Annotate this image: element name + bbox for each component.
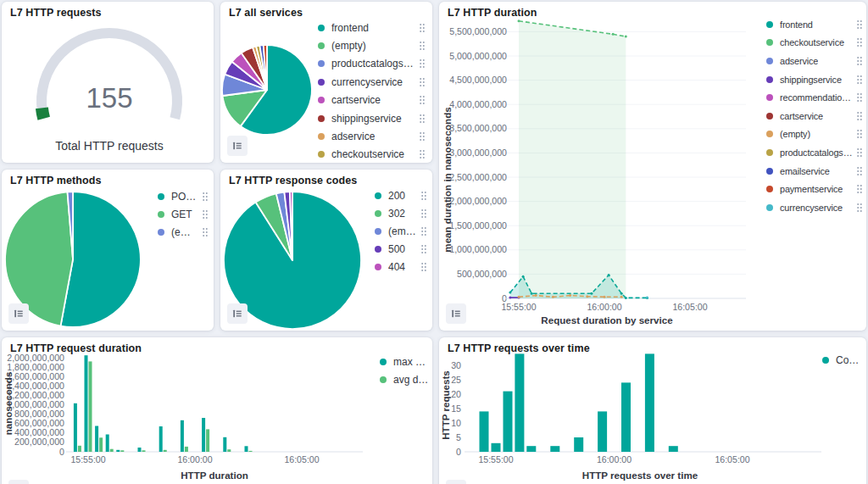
legend-label[interactable]: GET xyxy=(171,209,192,220)
legend-actions-button[interactable] xyxy=(415,22,426,34)
legend-label[interactable]: POST xyxy=(171,191,198,203)
list-icon xyxy=(14,308,24,320)
request-duration-bar-chart[interactable]: 0200,000,000400,000,000600,000,000800,00… xyxy=(2,337,432,484)
legend-label[interactable]: productcatalogservice xyxy=(331,58,415,70)
legend-item[interactable]: currencyservice xyxy=(318,73,426,91)
panel-l7-http-duration: L7 HTTP duration 0500,000,0001,000,000,0… xyxy=(439,2,866,331)
legend-actions-button[interactable] xyxy=(415,94,426,106)
legend-label[interactable]: cartservice xyxy=(331,94,381,106)
legend-item[interactable]: adservice xyxy=(318,127,426,145)
legend-toggle-button[interactable] xyxy=(227,136,248,156)
legend-item[interactable]: (empty) xyxy=(318,36,426,54)
legend-toggle-button[interactable] xyxy=(227,303,248,324)
legend-actions-button[interactable] xyxy=(417,190,427,202)
legend-actions-button[interactable] xyxy=(415,58,426,70)
legend-label[interactable]: recommendationservice xyxy=(780,92,853,103)
legend-label[interactable]: shippingservice xyxy=(780,75,842,85)
legend-actions-button[interactable] xyxy=(415,113,426,125)
legend-item[interactable]: checkoutservice xyxy=(766,34,863,53)
legend-actions-button[interactable] xyxy=(415,76,426,88)
legend-item[interactable]: POST xyxy=(158,187,209,205)
legend-label[interactable]: max duration xyxy=(393,356,429,368)
legend-actions-button[interactable] xyxy=(853,202,863,214)
legend-label[interactable]: 500 xyxy=(388,243,405,255)
legend-item[interactable]: 200 xyxy=(375,186,427,204)
legend-actions-button[interactable] xyxy=(198,191,209,203)
legend-actions-button[interactable] xyxy=(853,165,863,177)
legend-actions-button[interactable] xyxy=(417,208,427,220)
legend-item[interactable]: (empty) xyxy=(375,222,427,240)
legend-actions-button[interactable] xyxy=(853,55,863,67)
legend-label[interactable]: adservice xyxy=(331,131,375,142)
legend-label[interactable]: frontend xyxy=(331,22,369,34)
legend-label[interactable]: checkoutservice xyxy=(780,37,844,47)
legend-item[interactable]: Count xyxy=(822,351,863,369)
legend-label[interactable]: paymentservice xyxy=(780,184,843,194)
legend-actions-button[interactable] xyxy=(853,183,863,195)
legend-item[interactable]: productcatalogservice xyxy=(766,143,863,162)
legend-item[interactable]: GET xyxy=(158,205,209,223)
legend-item[interactable]: paymentservice xyxy=(766,180,863,198)
legend-item[interactable]: emailservice xyxy=(766,162,863,181)
legend-toggle-button[interactable] xyxy=(8,480,29,484)
legend-item[interactable]: productcatalogservice xyxy=(318,55,426,73)
legend-item[interactable]: cartservice xyxy=(318,92,426,109)
legend-actions-button[interactable] xyxy=(417,261,427,273)
legend-actions-button[interactable] xyxy=(415,40,426,52)
legend-item[interactable]: checkoutservice xyxy=(318,146,426,163)
legend-actions-button[interactable] xyxy=(198,226,209,238)
legend-item[interactable]: recommendationservice xyxy=(766,88,863,107)
legend-actions-button[interactable] xyxy=(853,19,863,31)
legend-label[interactable]: productcatalogservice xyxy=(780,147,853,158)
legend-item[interactable]: frontend xyxy=(766,15,863,34)
legend-label[interactable]: avg duration xyxy=(393,374,429,386)
legend-label[interactable]: Count xyxy=(836,354,863,366)
legend-item[interactable]: max duration xyxy=(380,353,429,370)
legend-label[interactable]: (empty) xyxy=(780,129,810,139)
legend-label[interactable]: (empty) xyxy=(331,40,366,52)
legend-item[interactable]: currencyservice xyxy=(766,198,863,217)
legend-item[interactable]: (empty) xyxy=(766,125,863,144)
legend-item[interactable]: 500 xyxy=(375,240,427,258)
legend-actions-button[interactable] xyxy=(198,209,209,220)
legend-actions-button[interactable] xyxy=(415,148,426,160)
requests-over-time-bar-chart[interactable]: 05101520253015:55:0016:00:0016:05:00HTTP… xyxy=(439,337,866,484)
legend-actions-button[interactable] xyxy=(415,131,426,142)
legend-label[interactable]: checkoutservice xyxy=(331,148,404,160)
legend-toggle-button[interactable] xyxy=(446,303,466,324)
legend-label[interactable]: 200 xyxy=(388,190,405,202)
legend-actions-button[interactable] xyxy=(417,225,427,237)
legend-actions-button[interactable] xyxy=(853,147,863,159)
legend-label[interactable]: currencyservice xyxy=(780,203,843,213)
legend-actions-button[interactable] xyxy=(417,243,427,255)
legend-item[interactable]: 302 xyxy=(375,204,427,222)
legend-item[interactable]: avg duration xyxy=(380,370,429,388)
panel-title: L7 HTTP requests xyxy=(10,7,102,19)
legend-label[interactable]: adservice xyxy=(780,56,818,66)
legend-label[interactable]: cartservice xyxy=(780,111,823,121)
legend-label[interactable]: frontend xyxy=(780,19,813,30)
legend-label[interactable]: currencyservice xyxy=(331,76,403,88)
legend-actions-button[interactable] xyxy=(853,92,863,103)
legend-label[interactable]: (empty) xyxy=(388,225,417,237)
legend-item[interactable]: (empty) xyxy=(158,223,209,241)
legend-actions-button[interactable] xyxy=(853,110,863,122)
legend-label[interactable]: 404 xyxy=(388,261,405,273)
svg-text:1,000,000,000: 1,000,000,000 xyxy=(449,244,507,254)
legend-toggle-button[interactable] xyxy=(446,480,466,484)
legend-label[interactable]: 302 xyxy=(388,208,405,220)
legend-label[interactable]: (empty) xyxy=(171,226,198,238)
legend-item[interactable]: shippingservice xyxy=(766,70,863,89)
legend-item[interactable]: cartservice xyxy=(766,107,863,125)
legend-label[interactable]: emailservice xyxy=(780,166,830,176)
gauge-chart[interactable]: 155Total HTTP requests xyxy=(2,2,214,163)
legend-actions-button[interactable] xyxy=(853,36,863,48)
legend-actions-button[interactable] xyxy=(853,74,863,86)
legend-actions-button[interactable] xyxy=(853,128,863,140)
legend-item[interactable]: 404 xyxy=(375,258,427,275)
legend-label[interactable]: shippingservice xyxy=(331,113,402,125)
legend-item[interactable]: frontend xyxy=(318,19,426,36)
legend-item[interactable]: shippingservice xyxy=(318,109,426,127)
legend-toggle-button[interactable] xyxy=(8,303,29,324)
legend-item[interactable]: adservice xyxy=(766,52,863,70)
